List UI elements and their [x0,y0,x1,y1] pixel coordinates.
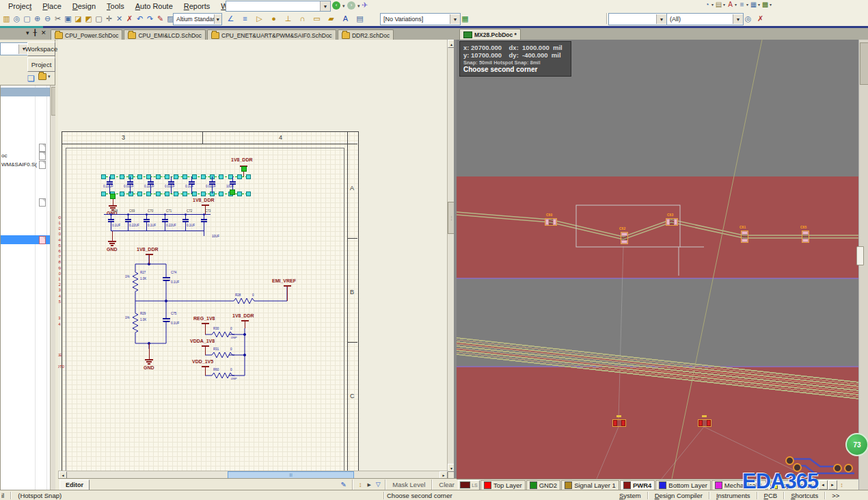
status-panel--[interactable]: >> [828,490,843,500]
project-node-row[interactable] [1,88,50,96]
menu-item-auto-route[interactable]: Auto Route [131,1,178,11]
close-icon[interactable]: ✕ [41,29,46,36]
paste-array-icon[interactable]: ◩ [83,13,94,25]
status-panel-system[interactable]: System [615,490,645,500]
place-sheet-icon[interactable]: ▤ [353,13,366,25]
sort-toggle-icon[interactable]: ↕ [355,479,365,490]
pcb-component-C60[interactable] [545,218,557,226]
layer-tab-signal-layer-1[interactable]: Signal Layer 1 [561,480,619,490]
filter-clear-icon[interactable]: ✗ [755,13,766,25]
clear-button[interactable]: Clear [435,479,457,490]
place-power-port-icon[interactable]: ⊥ [282,13,295,25]
report-tools-icon[interactable]: ◔ [703,1,711,8]
highlight-pen-icon[interactable]: ✎ [155,13,165,25]
via-2[interactable] [833,464,842,473]
nav-forward-menu-icon[interactable]: ▾ [357,3,360,9]
tab-schematic-0[interactable]: CPU_Power.SchDoc [51,29,122,40]
place-wire-icon[interactable]: ∠ [224,13,237,25]
place-text-icon[interactable]: A [339,13,352,25]
layer-pairs-icon[interactable]: ↕ [838,479,846,491]
panel-grab-tab[interactable] [856,246,864,265]
layer-scroll-right-icon[interactable]: ▸ [828,480,837,490]
helper-icon[interactable]: ✈ [362,1,368,10]
format-tools-icon[interactable]: A [726,1,735,8]
select-area-icon[interactable]: ▢ [94,13,104,25]
layer-set-button[interactable]: LS [458,480,480,490]
cut-icon[interactable]: ✂ [53,13,63,25]
menu-item-tools[interactable]: Tools [102,1,129,11]
zoom-out-icon[interactable]: ⊖ [42,13,53,25]
place-directive-icon[interactable]: ▷ [253,13,266,25]
pcb-component-C65[interactable] [802,231,809,243]
place-bus-icon[interactable]: ≡ [239,13,252,25]
tab-schematic-3[interactable]: DDR2.SchDoc [338,29,394,40]
pcb-component-C62[interactable] [621,232,628,244]
pin-icon[interactable]: ╂ [33,29,37,36]
paste-icon[interactable]: ◪ [73,13,83,25]
open-document-icon[interactable]: ▥ [1,13,12,25]
layer-tab-pwr4[interactable]: PWR4 [620,480,655,490]
nav-back-icon[interactable]: ‹ [332,1,340,10]
open-folder-button[interactable]: ▾ [38,73,51,80]
via-3[interactable] [844,464,853,473]
pcb-canvas[interactable]: C60C62C63C61C65 x: 20700.000 dx: 1000.00… [457,40,858,479]
filter-all-combo[interactable]: (All) ▼ [666,13,744,25]
tree-row-4[interactable] [1,235,50,244]
schematic-canvas[interactable]: 34 ABC D00D01D02D03D04D05D06D07D08D09D10… [58,40,447,471]
pcb-vscrollbar[interactable] [858,40,868,490]
grid-tools-icon[interactable]: ▦ [749,1,758,8]
layer-tab-gnd2[interactable]: GND2 [526,480,560,490]
tab-schematic-1[interactable]: CPU_EMI&LCD.SchDoc [124,29,206,40]
messenger-badge[interactable]: 73 [845,433,868,456]
undo-icon[interactable]: ↶ [135,13,145,25]
view-style-combo[interactable]: Altium Standard 2D ▼ [173,13,222,25]
menu-item-place[interactable]: Place [38,1,66,11]
tab-pcb-document[interactable]: MX28.PcbDoc * [459,29,521,40]
layer-tab-bottom-layer[interactable]: Bottom Layer [655,480,711,490]
tree-row-3[interactable] [1,198,50,207]
place-polygon-icon[interactable]: ▰ [325,13,338,25]
annotate-pencil-icon[interactable]: ✎ [337,479,350,490]
pcb-component-C61[interactable] [741,231,748,243]
nav-forward-icon[interactable]: › [347,1,355,10]
tab-schematic-2[interactable]: CPU_ENET&UART&PWM&SAIF0.SchDoc [207,29,336,40]
layer-scroll-left-icon[interactable]: ◂ [819,480,828,490]
dropdown-icon[interactable]: ▾ [26,29,29,36]
editor-tab[interactable]: Editor [59,479,90,490]
panel-scrollbar[interactable] [50,85,55,490]
place-junction-icon[interactable]: ● [267,13,280,25]
status-panel-design-compiler[interactable]: Design Compiler [651,490,707,500]
project-button[interactable]: Project [27,57,55,72]
copy-icon[interactable]: ▣ [63,13,73,25]
pcb-component-C63[interactable] [666,218,678,226]
variant-board-icon[interactable]: ▦ [459,13,472,25]
redo-icon[interactable]: ↷ [145,13,155,25]
via-0[interactable] [785,456,794,465]
menu-item-design[interactable]: Design [68,1,100,11]
clear-selection-icon[interactable]: ✗ [124,13,135,25]
zoom-area-icon[interactable]: ▢ [22,13,32,25]
place-rectangle-icon[interactable]: ▭ [310,13,323,25]
variations-combo[interactable]: [No Variations] ▼ [380,13,461,25]
pcb-component-bottom-0[interactable] [612,419,626,427]
zoom-document-icon[interactable]: ◎ [12,13,22,25]
snap-tools-icon[interactable]: ▩ [761,1,770,8]
place-arc-icon[interactable]: ∩ [296,13,309,25]
layer-tab-top-layer[interactable]: Top Layer [480,480,526,490]
move-icon[interactable]: ✛ [104,13,114,25]
menu-item-reports[interactable]: Reports [179,1,215,11]
filter-scope-combo[interactable]: ▼ [608,13,667,25]
filter-apply-icon[interactable]: ◎ [742,13,754,25]
project-tree[interactable]: ocWM&SAIF0.S( [0,85,55,491]
zoom-in-icon[interactable]: ⊕ [32,13,42,25]
workspace-button[interactable]: Workspace [27,42,55,56]
menu-item-project[interactable]: Project [3,1,36,11]
tree-row-1[interactable]: oc [1,151,50,160]
align-tools-icon[interactable]: ≡ [737,1,746,8]
cross-select-icon[interactable]: ✕ [114,13,124,25]
structure-view-icon[interactable]: ❏ [25,73,38,84]
print-tools-icon[interactable]: ▤ [714,1,723,8]
quick-access-combo[interactable]: ▼ [226,1,331,12]
filter-funnel-icon[interactable]: ▽ [373,479,383,490]
nav-back-menu-icon[interactable]: ▾ [342,3,345,9]
